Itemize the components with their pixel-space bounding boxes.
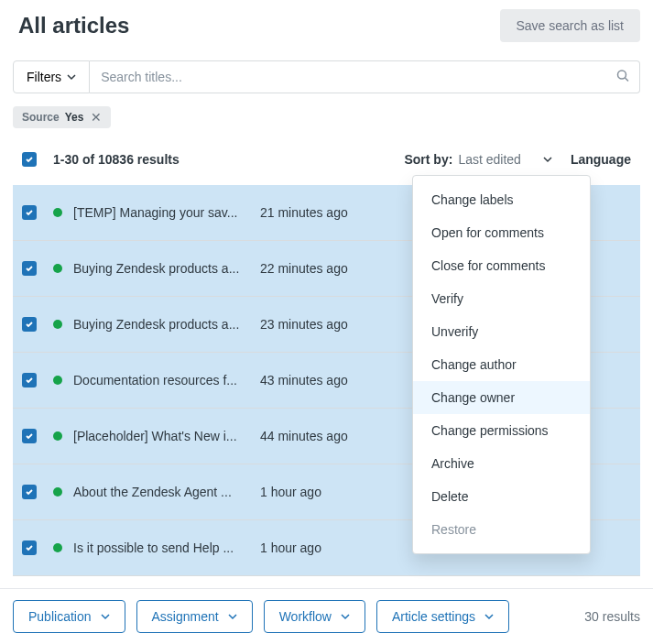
status-dot-icon [53,376,62,385]
row-checkbox[interactable] [22,261,37,276]
article-time: 1 hour ago [260,540,321,555]
article-time: 44 minutes ago [260,429,348,443]
workflow-label: Workflow [279,609,332,624]
header: All articles Save search as list [13,9,640,42]
menu-item-close-for-comments[interactable]: Close for comments [413,249,590,282]
workflow-button[interactable]: Workflow [264,600,365,633]
menu-item-archive[interactable]: Archive [413,447,590,480]
search-input[interactable] [90,60,640,93]
chevron-down-icon [228,609,237,624]
publication-button[interactable]: Publication [13,600,125,633]
chip-key: Source [22,111,60,124]
sort-label: Sort by: [404,152,452,167]
article-settings-label: Article settings [392,609,475,624]
results-count: 1-30 of 10836 results [53,152,404,167]
chevron-down-icon [484,609,494,624]
article-title: About the Zendesk Agent ... [73,485,247,499]
select-all-checkbox[interactable] [22,152,37,167]
status-dot-icon [53,320,62,329]
publication-label: Publication [28,609,92,624]
menu-item-unverify[interactable]: Unverify [413,315,590,348]
menu-item-change-owner[interactable]: Change owner [413,381,590,414]
article-time: 22 minutes ago [260,261,348,276]
search-wrap [90,60,640,93]
article-title: Is it possible to send Help ... [73,540,247,555]
sort-dropdown[interactable]: Sort by: Last edited [404,152,520,167]
chevron-down-icon [101,609,110,624]
menu-item-change-labels[interactable]: Change labels [413,183,590,216]
article-title: Documentation resources f... [73,373,247,387]
chevron-down-icon [341,609,350,624]
svg-point-0 [618,71,626,79]
save-search-button[interactable]: Save search as list [500,9,641,42]
chip-value: Yes [65,111,84,124]
filters-label: Filters [27,70,61,84]
sort-value: Last edited [458,152,521,167]
status-dot-icon [53,543,62,552]
svg-line-1 [626,78,629,82]
chevron-down-icon [67,70,76,84]
article-time: 23 minutes ago [260,317,348,332]
status-dot-icon [53,487,62,497]
article-title: Buying Zendesk products a... [73,317,247,332]
menu-item-change-permissions[interactable]: Change permissions [413,414,590,447]
menu-item-delete[interactable]: Delete [413,480,590,513]
article-time: 21 minutes ago [260,205,348,220]
row-checkbox[interactable] [22,429,37,443]
bulk-action-footer: Publication Assignment Workflow Article … [0,588,653,644]
menu-item-verify[interactable]: Verify [413,282,590,315]
menu-item-change-author[interactable]: Change author [413,348,590,381]
row-checkbox[interactable] [22,373,37,387]
row-checkbox[interactable] [22,485,37,499]
status-dot-icon [53,264,62,273]
footer-results-count: 30 results [584,609,640,624]
filter-search-row: Filters [13,60,640,93]
menu-item-open-for-comments[interactable]: Open for comments [413,216,590,249]
article-title: Buying Zendesk products a... [73,261,247,276]
article-time: 43 minutes ago [260,373,348,387]
menu-item-restore: Restore [413,513,590,546]
article-time: 1 hour ago [260,485,321,499]
page-title: All articles [13,13,129,38]
status-dot-icon [53,208,62,217]
article-title: [Placeholder] What's New i... [73,429,247,443]
language-column-header: Language [571,152,631,167]
article-title: [TEMP] Managing your sav... [73,205,247,220]
row-checkbox[interactable] [22,317,37,332]
filters-button[interactable]: Filters [13,60,90,93]
article-settings-button[interactable]: Article settings [376,600,509,633]
chevron-down-icon[interactable] [543,152,552,167]
row-checkbox[interactable] [22,205,37,220]
assignment-label: Assignment [152,609,219,624]
status-dot-icon [53,431,62,441]
row-checkbox[interactable] [22,540,37,555]
filter-chip-source[interactable]: Source Yes ✕ [13,106,111,128]
close-icon[interactable]: ✕ [91,111,102,124]
article-settings-menu: Change labelsOpen for commentsClose for … [412,175,591,554]
assignment-button[interactable]: Assignment [136,600,253,633]
search-icon [616,70,629,85]
